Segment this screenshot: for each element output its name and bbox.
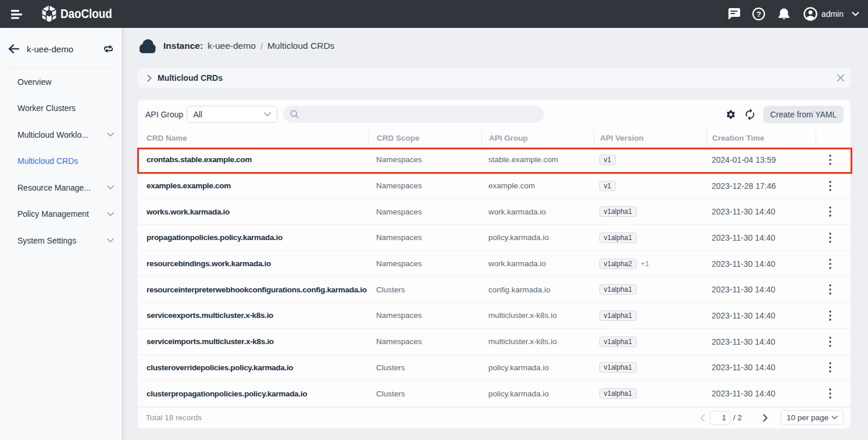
svg-text:?: ? [756, 10, 761, 19]
